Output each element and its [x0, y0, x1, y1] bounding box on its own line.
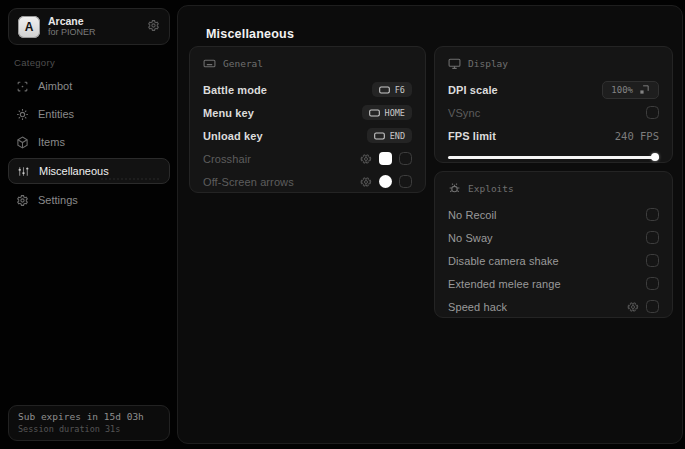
- fps-slider-fill: [448, 156, 659, 159]
- setting-label: No Sway: [448, 232, 493, 244]
- app-name: Arcane: [48, 15, 147, 27]
- setting-label: Unload key: [203, 130, 263, 142]
- keybind-value: F6: [395, 85, 405, 95]
- panel-title: Exploits: [468, 183, 514, 194]
- dpi-scale-value: 100%: [611, 85, 633, 95]
- sidebar-item-label: Aimbot: [38, 80, 72, 92]
- setting-row-speed-hack: Speed hack: [448, 295, 659, 318]
- crosshair-icon: [16, 80, 29, 93]
- sidebar-item-label: Miscellaneous: [39, 165, 109, 177]
- setting-label: No Recoil: [448, 209, 497, 221]
- setting-row-fps-limit: FPS limit 240 FPS: [448, 124, 659, 147]
- speed-hack-checkbox[interactable]: [646, 300, 659, 313]
- setting-label: Menu key: [203, 107, 254, 119]
- setting-row-unload-key: Unload key END: [203, 124, 412, 147]
- setting-label: Extended melee range: [448, 278, 561, 290]
- offscreen-arrows-checkbox[interactable]: [399, 175, 412, 188]
- page-title: Miscellaneous: [206, 27, 294, 41]
- cube-icon: [16, 136, 29, 149]
- fps-limit-slider[interactable]: [448, 153, 659, 161]
- app-subtitle: for PIONER: [48, 27, 147, 37]
- setting-row-crosshair: Crosshair: [203, 147, 412, 170]
- setting-row-vsync: VSync: [448, 101, 659, 124]
- setting-row-no-recoil: No Recoil: [448, 203, 659, 226]
- panel-title: Display: [468, 58, 508, 69]
- sidebar: A Arcane for PIONER Category: [0, 0, 176, 449]
- entities-icon: [16, 108, 29, 121]
- color-swatch[interactable]: [379, 152, 392, 165]
- setting-row-battle-mode: Battle mode F6: [203, 78, 412, 101]
- sidebar-item-label: Entities: [38, 108, 74, 120]
- scale-icon: [639, 84, 650, 95]
- app-window: A Arcane for PIONER Category: [0, 0, 685, 449]
- sidebar-item-miscellaneous[interactable]: Miscellaneous: [8, 158, 170, 184]
- setting-row-offscreen-arrows: Off-Screen arrows: [203, 170, 412, 193]
- setting-label: Speed hack: [448, 301, 507, 313]
- setting-label: Off-Screen arrows: [203, 176, 294, 188]
- sub-expiry-text: Sub expires in 15d 03h: [18, 411, 160, 422]
- sidebar-item-settings[interactable]: Settings: [8, 188, 170, 212]
- fps-limit-value: 240 FPS: [615, 130, 659, 142]
- sidebar-item-label: Items: [38, 136, 65, 148]
- sidebar-item-aimbot[interactable]: Aimbot: [8, 74, 170, 98]
- setting-row-extended-melee-range: Extended melee range: [448, 272, 659, 295]
- panel-exploits-header: Exploits: [448, 182, 659, 195]
- sidebar-nav: Aimbot Entities Items: [8, 72, 170, 216]
- panel-display-header: Display: [448, 57, 659, 70]
- gear-icon[interactable]: [360, 153, 372, 165]
- setting-label: FPS limit: [448, 130, 496, 142]
- setting-label: Disable camera shake: [448, 255, 559, 267]
- sidebar-item-label: Settings: [38, 194, 78, 206]
- keybind-button[interactable]: HOME: [362, 105, 412, 120]
- panel-exploits: Exploits No Recoil No Sway Disable camer…: [434, 171, 673, 318]
- crosshair-checkbox[interactable]: [399, 152, 412, 165]
- sidebar-item-items[interactable]: Items: [8, 130, 170, 154]
- setting-label: DPI scale: [448, 84, 498, 96]
- gear-icon[interactable]: [627, 301, 639, 313]
- sidebar-header-card: A Arcane for PIONER: [8, 8, 170, 45]
- setting-label: Battle mode: [203, 84, 267, 96]
- app-titles: Arcane for PIONER: [48, 15, 147, 37]
- setting-label: VSync: [448, 107, 480, 119]
- gear-icon[interactable]: [360, 176, 372, 188]
- no-recoil-checkbox[interactable]: [646, 208, 659, 221]
- equalizer-icon: [17, 165, 30, 178]
- dpi-scale-select[interactable]: 100%: [602, 81, 659, 99]
- vsync-checkbox[interactable]: [646, 106, 659, 119]
- keybind-button[interactable]: F6: [372, 82, 412, 97]
- sidebar-item-entities[interactable]: Entities: [8, 102, 170, 126]
- panel-title: General: [223, 58, 263, 69]
- panel-general: General Battle mode F6 Menu key: [189, 46, 426, 193]
- extended-melee-range-checkbox[interactable]: [646, 277, 659, 290]
- main-content: Miscellaneous General Battle mode: [177, 5, 683, 444]
- app-logo: A: [18, 16, 40, 38]
- keybind-button[interactable]: END: [367, 128, 412, 143]
- panel-general-header: General: [203, 57, 412, 70]
- color-swatch[interactable]: [379, 175, 392, 188]
- setting-row-disable-camera-shake: Disable camera shake: [448, 249, 659, 272]
- category-label: Category: [14, 57, 55, 68]
- slider-handle[interactable]: [651, 153, 659, 161]
- setting-row-dpi-scale: DPI scale 100%: [448, 78, 659, 101]
- panel-display: Display DPI scale 100% VSync FPS limit: [434, 46, 673, 163]
- setting-row-menu-key: Menu key HOME: [203, 101, 412, 124]
- subscription-info-card: Sub expires in 15d 03h Session duration …: [8, 405, 170, 441]
- marquee-dots: [101, 178, 159, 180]
- session-duration-text: Session duration 31s: [18, 424, 160, 434]
- gear-icon: [16, 194, 29, 207]
- setting-row-no-sway: No Sway: [448, 226, 659, 249]
- monitor-icon: [448, 57, 461, 70]
- disable-camera-shake-checkbox[interactable]: [646, 254, 659, 267]
- no-sway-checkbox[interactable]: [646, 231, 659, 244]
- gear-icon[interactable]: [147, 18, 160, 36]
- keyboard-icon: [203, 57, 216, 70]
- setting-label: Crosshair: [203, 153, 251, 165]
- bug-icon: [448, 182, 461, 195]
- keybind-value: HOME: [385, 108, 405, 118]
- keybind-value: END: [390, 131, 405, 141]
